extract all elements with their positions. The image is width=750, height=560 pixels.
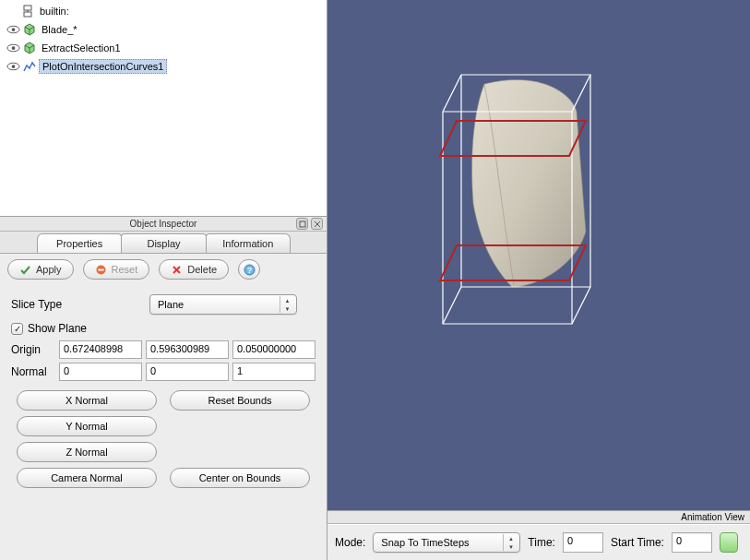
apply-check-icon xyxy=(19,264,31,276)
animation-toolbar: Mode: Snap To TimeSteps ▲▼ Time: 0 Start… xyxy=(327,524,750,560)
slice-type-select[interactable]: Plane ▲▼ xyxy=(149,294,297,315)
svg-rect-9 xyxy=(300,221,305,227)
animation-view-title: Animation View xyxy=(681,512,744,522)
mode-value: Snap To TimeSteps xyxy=(381,537,469,548)
reset-button[interactable]: Reset xyxy=(83,259,150,280)
origin-label: Origin xyxy=(11,343,55,356)
origin-x-input[interactable]: 0.672408998 xyxy=(59,340,142,359)
start-time-label: Start Time: xyxy=(611,536,664,549)
svg-rect-13 xyxy=(98,268,103,270)
reset-bounds-button[interactable]: Reset Bounds xyxy=(170,390,310,411)
x-normal-button[interactable]: X Normal xyxy=(17,390,157,411)
origin-y-input[interactable]: 0.596300989 xyxy=(146,340,229,359)
svg-point-8 xyxy=(11,65,15,68)
normal-label: Normal xyxy=(11,365,55,378)
help-icon: ? xyxy=(244,264,256,276)
normal-x-input[interactable]: 0 xyxy=(59,363,142,381)
help-button[interactable]: ? xyxy=(238,259,260,280)
left-panel: builtin: Blade_* ExtractSelection1 xyxy=(0,0,327,560)
svg-point-6 xyxy=(11,46,15,50)
camera-normal-button[interactable]: Camera Normal xyxy=(17,468,157,488)
dock-detach-button[interactable] xyxy=(296,218,308,230)
delete-button[interactable]: Delete xyxy=(159,259,229,280)
dock-close-button[interactable] xyxy=(311,218,323,230)
pipeline-item[interactable]: ExtractSelection1 xyxy=(0,39,327,57)
tab-information[interactable]: Information xyxy=(206,233,291,253)
pipeline-item-label: PlotOnIntersectionCurves1 xyxy=(39,59,167,74)
reset-label: Reset xyxy=(112,264,138,275)
source-icon xyxy=(22,41,37,55)
object-inspector-title: Object Inspector xyxy=(130,219,197,229)
delete-label: Delete xyxy=(187,264,217,275)
apply-label: Apply xyxy=(36,264,62,275)
properties-panel: Slice Type Plane ▲▼ ✓ Show Plane Origin … xyxy=(0,285,327,501)
normal-y-input[interactable]: 0 xyxy=(146,363,229,381)
center-bounds-button[interactable]: Center on Bounds xyxy=(170,468,310,488)
svg-text:?: ? xyxy=(246,266,252,275)
svg-rect-1 xyxy=(24,12,31,17)
delete-x-icon xyxy=(171,264,183,276)
origin-z-input[interactable]: 0.050000000 xyxy=(232,340,315,359)
animation-end-button[interactable] xyxy=(720,532,738,553)
mode-label: Mode: xyxy=(335,536,365,549)
render-view-scene xyxy=(327,0,750,510)
visibility-eye-icon[interactable] xyxy=(6,59,20,74)
animation-view-titlebar: Animation View xyxy=(327,510,750,524)
start-time-input[interactable]: 0 xyxy=(672,532,712,553)
y-normal-button[interactable]: Y Normal xyxy=(17,416,157,436)
right-panel: Animation View Mode: Snap To TimeSteps ▲… xyxy=(327,0,750,560)
z-normal-button[interactable]: Z Normal xyxy=(17,442,157,462)
select-stepper-icon: ▲▼ xyxy=(280,296,294,313)
visibility-eye-icon[interactable] xyxy=(6,41,20,55)
svg-rect-0 xyxy=(24,6,31,10)
pipeline-item-selected[interactable]: PlotOnIntersectionCurves1 xyxy=(0,57,327,76)
tab-properties[interactable]: Properties xyxy=(37,233,122,253)
pipeline-item[interactable]: Blade_* xyxy=(0,20,327,39)
source-icon xyxy=(22,22,37,37)
pipeline-browser[interactable]: builtin: Blade_* ExtractSelection1 xyxy=(0,0,327,217)
slice-type-value: Plane xyxy=(158,299,184,310)
visibility-eye-icon[interactable] xyxy=(6,22,20,37)
time-input[interactable]: 0 xyxy=(563,532,603,553)
show-plane-checkbox[interactable]: ✓ xyxy=(11,323,23,335)
pipeline-server-row[interactable]: builtin: xyxy=(0,2,327,20)
reset-cancel-icon xyxy=(95,264,107,276)
pipeline-item-label: Blade_* xyxy=(39,23,80,36)
slice-type-label: Slice Type xyxy=(11,298,149,311)
action-button-row: Apply Reset Delete ? xyxy=(0,254,327,285)
server-icon xyxy=(20,4,35,18)
select-stepper-icon: ▲▼ xyxy=(503,534,518,551)
render-view[interactable] xyxy=(327,0,750,510)
line-chart-icon xyxy=(22,59,37,74)
mode-select[interactable]: Snap To TimeSteps ▲▼ xyxy=(373,532,520,553)
pipeline-server-label: builtin: xyxy=(37,5,72,18)
normal-z-input[interactable]: 1 xyxy=(232,363,315,381)
show-plane-label: Show Plane xyxy=(28,322,87,335)
tab-display[interactable]: Display xyxy=(121,233,206,253)
pipeline-item-label: ExtractSelection1 xyxy=(39,42,124,54)
svg-point-4 xyxy=(11,28,15,31)
object-inspector-titlebar: Object Inspector xyxy=(0,217,327,232)
object-inspector-tabs: Properties Display Information xyxy=(0,232,327,254)
apply-button[interactable]: Apply xyxy=(7,259,74,280)
time-label: Time: xyxy=(528,536,555,549)
